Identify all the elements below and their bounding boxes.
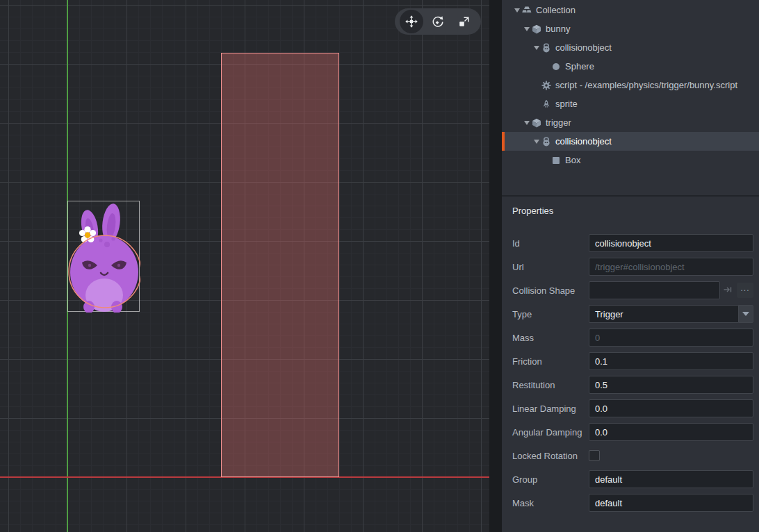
right-panel: Collection bunny collisionobject Sphere …: [502, 0, 759, 532]
property-label: Group: [512, 474, 589, 485]
property-row: Mass: [512, 329, 753, 347]
expander-triangle-icon[interactable]: [532, 140, 541, 144]
trigger-collision-box[interactable]: [221, 53, 339, 477]
property-row: Restitution: [512, 376, 753, 394]
property-label: Restitution: [512, 380, 589, 390]
restitution-field[interactable]: [589, 376, 753, 394]
outline-row[interactable]: bunny: [502, 19, 759, 38]
linear-damping-field[interactable]: [589, 399, 753, 417]
outline-row[interactable]: Box: [502, 151, 759, 169]
collisionobject-icon: [541, 43, 551, 53]
type-dropdown-button[interactable]: [738, 305, 753, 323]
script-icon: [541, 81, 551, 90]
mass-field: [589, 329, 753, 347]
group-field[interactable]: [589, 470, 753, 488]
outline-row-label: sprite: [555, 99, 578, 109]
expander-triangle-icon[interactable]: [522, 121, 531, 125]
property-row: Type Trigger: [512, 305, 753, 323]
bunny-sprite-image: [68, 201, 140, 313]
property-row: Collision Shape ...: [512, 281, 753, 299]
collection-icon: [521, 6, 532, 15]
outline-row-label: Collection: [536, 5, 576, 15]
property-row: Locked Rotation: [512, 447, 753, 465]
scene-viewport[interactable]: [0, 0, 489, 532]
type-select[interactable]: Trigger: [589, 305, 753, 323]
panel-splitter[interactable]: [489, 0, 502, 532]
property-label: Linear Damping: [512, 404, 589, 414]
type-select-value[interactable]: Trigger: [589, 305, 738, 323]
property-label: Mask: [512, 498, 589, 508]
property-label: Locked Rotation: [512, 451, 589, 461]
outline-row-label: Sphere: [565, 61, 594, 72]
scale-tool-button[interactable]: [452, 10, 476, 33]
property-row: Mask: [512, 494, 753, 512]
expander-triangle-icon[interactable]: [532, 46, 541, 50]
goto-arrow-icon: [723, 285, 733, 297]
outline-row-selected[interactable]: collisionobject: [502, 132, 759, 151]
move-tool-button[interactable]: [400, 10, 423, 33]
scale-icon: [458, 15, 471, 28]
id-field[interactable]: [589, 234, 753, 252]
angular-damping-field[interactable]: [589, 423, 753, 441]
property-row: Url: [512, 258, 753, 276]
gameobject-icon: [531, 24, 541, 34]
property-row: Angular Damping: [512, 423, 753, 441]
properties-panel: Properties Id Url Collision Shape ... Ty…: [502, 197, 759, 532]
outline-row[interactable]: Collection: [502, 1, 759, 19]
outline-row[interactable]: collisionobject: [502, 38, 759, 57]
sprite-icon: [541, 99, 551, 109]
outline-row-label: trigger: [546, 117, 571, 128]
property-label: Type: [512, 309, 589, 319]
property-label: Friction: [512, 356, 589, 367]
rotate-icon: [432, 15, 444, 28]
gameobject-icon: [531, 118, 541, 128]
expander-triangle-icon[interactable]: [512, 8, 521, 13]
property-row: Friction: [512, 352, 753, 370]
bunny-sprite[interactable]: [67, 201, 140, 312]
outline-row-label: Box: [565, 155, 580, 165]
outline-row[interactable]: Sphere: [502, 57, 759, 76]
viewport-toolbar: [395, 8, 481, 35]
property-label: Id: [512, 238, 589, 249]
url-field: [589, 258, 753, 276]
outline-row-label: bunny: [546, 24, 570, 34]
property-label: Mass: [512, 333, 589, 343]
move-icon: [405, 15, 418, 28]
defold-editor-window: Collection bunny collisionobject Sphere …: [0, 0, 759, 532]
outline-row[interactable]: trigger: [502, 113, 759, 132]
property-label: Url: [512, 262, 589, 272]
properties-title: Properties: [512, 197, 753, 216]
collision-shape-browse-button[interactable]: ...: [737, 283, 753, 298]
outline-row-label: collisionobject: [555, 42, 612, 53]
property-row: Id: [512, 234, 753, 252]
property-label: Collision Shape: [512, 285, 589, 296]
sphere-icon: [550, 62, 561, 72]
collision-shape-open-resource-button[interactable]: [720, 281, 735, 299]
property-row: Linear Damping: [512, 399, 753, 417]
mask-field[interactable]: [589, 494, 753, 512]
outline-panel: Collection bunny collisionobject Sphere …: [502, 0, 759, 197]
outline-row-label: collisionobject: [555, 136, 612, 147]
friction-field[interactable]: [589, 352, 753, 370]
outline-row[interactable]: script - /examples/physics/trigger/bunny…: [502, 76, 759, 94]
box-icon: [550, 156, 561, 165]
expander-triangle-icon[interactable]: [522, 27, 531, 31]
property-row: Group: [512, 470, 753, 488]
rotate-tool-button[interactable]: [426, 10, 450, 33]
outline-row-label: script - /examples/physics/trigger/bunny…: [555, 80, 737, 90]
outline-row[interactable]: sprite: [502, 94, 759, 113]
property-label: Angular Damping: [512, 427, 589, 438]
collisionobject-icon: [541, 137, 551, 147]
locked-rotation-checkbox[interactable]: [589, 450, 600, 461]
collision-shape-field[interactable]: [589, 281, 720, 299]
chevron-down-icon: [742, 312, 749, 316]
